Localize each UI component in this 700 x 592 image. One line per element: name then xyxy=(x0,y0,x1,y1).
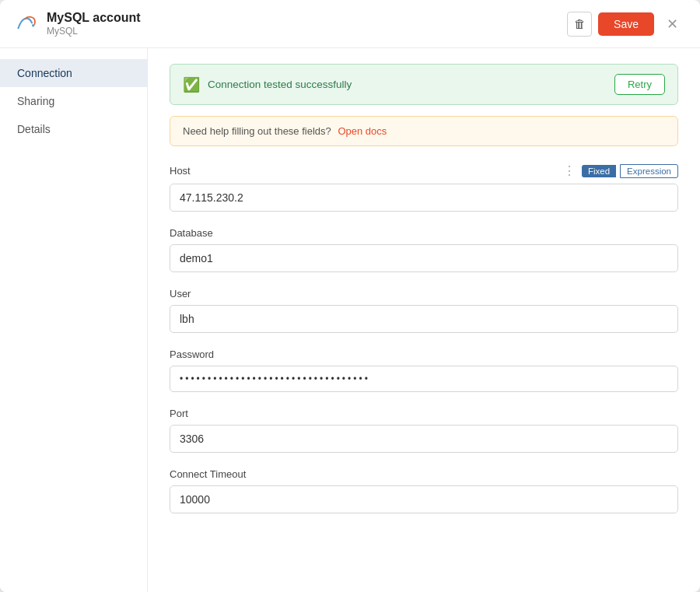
port-label-row: Port xyxy=(170,408,678,419)
host-label: Host xyxy=(170,165,561,177)
info-text: Need help filling out these fields? Open… xyxy=(183,125,387,137)
success-alert: ✅ Connection tested successfully Retry xyxy=(170,64,678,105)
info-alert: Need help filling out these fields? Open… xyxy=(170,116,678,146)
modal-header: MySQL account MySQL 🗑 Save ✕ xyxy=(0,0,700,48)
modal: MySQL account MySQL 🗑 Save ✕ Connection … xyxy=(0,0,700,592)
host-tag-expression[interactable]: Expression xyxy=(620,164,678,178)
host-input[interactable] xyxy=(170,184,678,212)
mysql-icon xyxy=(16,13,37,35)
user-label: User xyxy=(170,288,678,300)
user-field-group: User xyxy=(170,288,678,333)
host-options-dots[interactable]: ⋮ xyxy=(561,163,578,178)
main-content: ✅ Connection tested successfully Retry N… xyxy=(148,48,700,592)
password-field-group: Password xyxy=(170,349,678,392)
connect-timeout-input[interactable] xyxy=(170,485,678,513)
host-options: ⋮ Fixed Expression xyxy=(561,163,678,178)
save-button[interactable]: Save xyxy=(598,12,654,36)
retry-button[interactable]: Retry xyxy=(614,74,665,95)
port-label: Port xyxy=(170,408,678,419)
database-input[interactable] xyxy=(170,244,678,272)
password-label: Password xyxy=(170,349,678,360)
svg-point-0 xyxy=(32,24,35,27)
sidebar-item-connection[interactable]: Connection xyxy=(0,59,147,87)
modal-body: Connection Sharing Details ✅ Connection … xyxy=(0,48,700,592)
password-input[interactable] xyxy=(170,366,678,392)
database-field-group: Database xyxy=(170,227,678,272)
connect-timeout-label-row: Connect Timeout xyxy=(170,468,678,480)
check-circle-icon: ✅ xyxy=(183,76,200,93)
modal-title: MySQL account xyxy=(47,11,567,25)
modal-subtitle: MySQL xyxy=(47,26,567,37)
title-group: MySQL account MySQL xyxy=(47,11,567,37)
connect-timeout-label: Connect Timeout xyxy=(170,468,678,480)
password-label-row: Password xyxy=(170,349,678,360)
open-docs-link[interactable]: Open docs xyxy=(338,125,387,137)
user-input[interactable] xyxy=(170,305,678,333)
port-field-group: Port xyxy=(170,408,678,453)
host-field-group: Host ⋮ Fixed Expression xyxy=(170,163,678,212)
connect-timeout-field-group: Connect Timeout xyxy=(170,468,678,513)
database-label-row: Database xyxy=(170,227,678,239)
trash-icon: 🗑 xyxy=(574,17,586,30)
user-label-row: User xyxy=(170,288,678,300)
close-button[interactable]: ✕ xyxy=(660,12,684,36)
database-label: Database xyxy=(170,227,678,239)
success-text: Connection tested successfully xyxy=(208,79,614,90)
sidebar-item-details[interactable]: Details xyxy=(0,115,147,143)
sidebar: Connection Sharing Details xyxy=(0,48,148,592)
host-label-row: Host ⋮ Fixed Expression xyxy=(170,163,678,178)
host-tag-fixed[interactable]: Fixed xyxy=(582,165,616,177)
delete-button[interactable]: 🗑 xyxy=(567,12,592,37)
header-actions: 🗑 Save ✕ xyxy=(567,12,684,37)
sidebar-item-sharing[interactable]: Sharing xyxy=(0,87,147,115)
port-input[interactable] xyxy=(170,425,678,453)
